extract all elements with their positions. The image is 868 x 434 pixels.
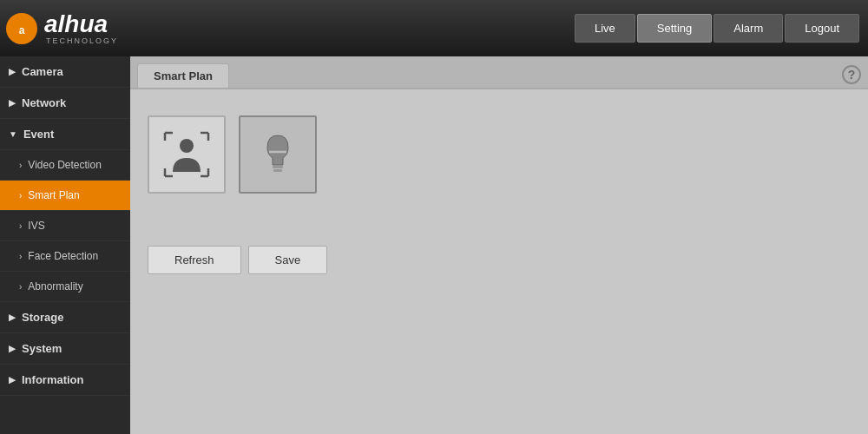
sidebar-item-smart-plan[interactable]: › Smart Plan [0,181,130,211]
chevron-down-icon-event: ▼ [9,129,17,139]
chevron-right-icon-ivs: › [19,221,22,231]
sidebar-item-face-detection[interactable]: › Face Detection [0,241,130,272]
svg-rect-11 [273,166,283,168]
chevron-right-icon-info: ▶ [9,375,16,385]
header: a alhua TECHNOLOGY Live Setting Alarm Lo… [0,0,868,56]
nav-buttons: Live Setting Alarm Logout [575,14,859,43]
smart-light-card[interactable] [239,115,317,194]
sidebar-item-storage[interactable]: ▶ Storage [0,302,130,333]
sidebar-item-ivs[interactable]: › IVS [0,211,130,241]
help-icon[interactable]: ? [842,65,861,84]
dahua-logo-icon: a [4,11,39,46]
face-detection-card[interactable] [148,115,226,194]
sidebar-label-event: Event [23,128,54,141]
chevron-right-icon-st: ▶ [9,312,16,322]
sidebar-item-system[interactable]: ▶ System [0,333,130,365]
help-question-mark: ? [848,68,856,82]
sidebar-label-camera: Camera [22,65,63,78]
sidebar-label-abnormality: Abnormality [28,280,82,293]
chevron-right-icon: ▶ [9,67,16,76]
logo: a alhua TECHNOLOGY [4,11,118,46]
sidebar-label-network: Network [22,96,66,109]
tab-smart-plan-label: Smart Plan [154,69,213,82]
logo-tech: TECHNOLOGY [46,36,118,45]
nav-setting-button[interactable]: Setting [637,14,712,43]
chevron-right-icon-ab: › [19,282,22,292]
chevron-right-icon-vd: › [19,161,22,170]
main-layout: ▶ Camera ▶ Network ▼ Event › Video Detec… [0,56,868,434]
smart-light-icon [252,128,304,181]
svg-rect-12 [273,169,282,172]
nav-live-button[interactable]: Live [575,14,635,43]
sidebar-item-video-detection[interactable]: › Video Detection [0,150,130,181]
save-button[interactable]: Save [248,246,328,274]
sidebar-item-abnormality[interactable]: › Abnormality [0,272,130,302]
svg-point-10 [180,139,194,153]
action-buttons: Refresh Save [148,246,851,274]
sidebar: ▶ Camera ▶ Network ▼ Event › Video Detec… [0,56,130,434]
sidebar-item-event[interactable]: ▼ Event [0,119,130,150]
sidebar-label-ivs: IVS [28,220,44,232]
tab-bar: Smart Plan ? [130,56,868,89]
chevron-right-icon-fd: › [19,252,22,261]
sidebar-label-system: System [22,342,62,355]
chevron-right-icon-sp: › [19,191,22,201]
sidebar-label-storage: Storage [22,311,63,324]
sidebar-label-information: Information [22,373,84,386]
nav-alarm-button[interactable]: Alarm [713,14,783,43]
sidebar-label-face-detection: Face Detection [28,250,98,262]
refresh-button[interactable]: Refresh [148,246,241,274]
sidebar-item-camera[interactable]: ▶ Camera [0,56,130,88]
chevron-right-icon-sys: ▶ [9,344,16,353]
tab-smart-plan[interactable]: Smart Plan [137,63,229,88]
smart-plan-content: Refresh Save [130,89,868,434]
sidebar-label-smart-plan: Smart Plan [28,189,79,201]
plan-cards-container [148,115,851,194]
sidebar-item-network[interactable]: ▶ Network [0,88,130,119]
chevron-right-icon-network: ▶ [9,98,16,108]
nav-logout-button[interactable]: Logout [785,14,859,43]
logo-text-group: alhua TECHNOLOGY [44,12,118,45]
content-area: Smart Plan ? [130,56,868,434]
sidebar-label-video-detection: Video Detection [28,159,102,171]
svg-text:a: a [19,24,25,36]
face-detection-icon [161,128,213,181]
sidebar-item-information[interactable]: ▶ Information [0,365,130,396]
logo-brand: alhua [44,12,118,36]
